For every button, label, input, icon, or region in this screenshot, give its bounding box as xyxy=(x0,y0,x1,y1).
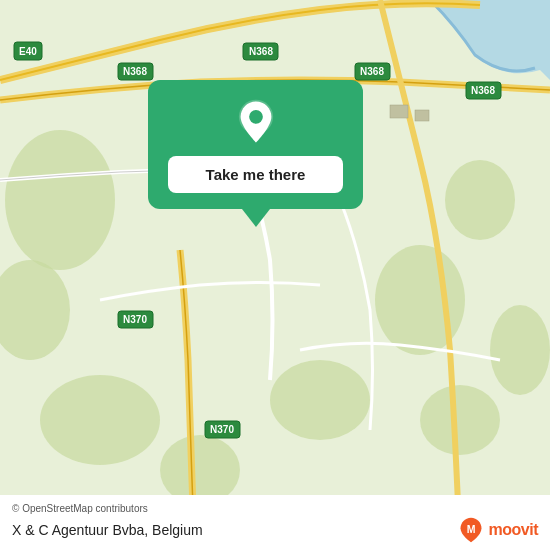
svg-point-8 xyxy=(420,385,500,455)
svg-rect-26 xyxy=(390,105,408,118)
location-name: X & C Agentuur Bvba, Belgium xyxy=(12,522,203,538)
svg-text:N368: N368 xyxy=(123,66,147,77)
svg-text:E40: E40 xyxy=(19,46,37,57)
bottom-bar: © OpenStreetMap contributors X & C Agent… xyxy=(0,495,550,550)
svg-point-1 xyxy=(5,130,115,270)
svg-text:N370: N370 xyxy=(210,424,234,435)
map-container: E40 N368 N368 N368 N368 N370 N370 T xyxy=(0,0,550,550)
svg-text:N368: N368 xyxy=(360,66,384,77)
svg-text:N368: N368 xyxy=(249,46,273,57)
location-name-row: X & C Agentuur Bvba, Belgium M moovit xyxy=(12,516,538,544)
svg-point-29 xyxy=(249,110,263,124)
attribution: © OpenStreetMap contributors xyxy=(12,503,538,514)
popup-pointer xyxy=(242,209,270,227)
location-pin-icon xyxy=(232,98,280,146)
svg-point-9 xyxy=(490,305,550,395)
moovit-text: moovit xyxy=(489,521,538,539)
take-me-there-button[interactable]: Take me there xyxy=(168,156,343,193)
moovit-icon: M xyxy=(457,516,485,544)
svg-rect-27 xyxy=(415,110,429,121)
svg-point-5 xyxy=(445,160,515,240)
svg-point-6 xyxy=(270,360,370,440)
popup-bubble: Take me there xyxy=(148,80,363,209)
moovit-logo: M moovit xyxy=(457,516,538,544)
svg-text:N368: N368 xyxy=(471,85,495,96)
svg-text:N370: N370 xyxy=(123,314,147,325)
popup: Take me there xyxy=(148,80,363,227)
svg-point-3 xyxy=(40,375,160,465)
svg-text:M: M xyxy=(466,523,475,535)
